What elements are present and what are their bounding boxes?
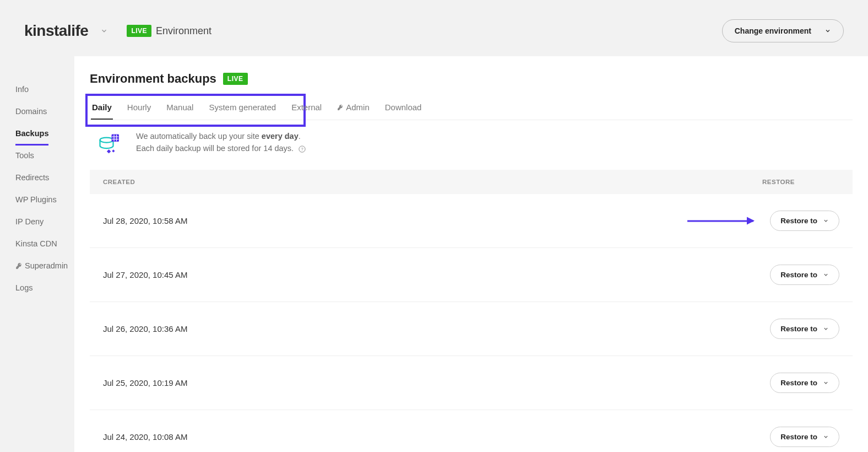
restore-to-label: Restore to xyxy=(780,433,817,441)
column-header-restore: RESTORE xyxy=(762,179,839,185)
page-live-badge: LIVE xyxy=(223,73,248,85)
restore-to-label: Restore to xyxy=(780,325,817,333)
brand-name[interactable]: kinstalife xyxy=(24,22,88,40)
sidebar-item-wp-plugins[interactable]: WP Plugins xyxy=(15,189,74,211)
environment-label: Environment xyxy=(156,25,211,37)
restore-to-label: Restore to xyxy=(780,379,817,387)
environment-live-badge: LIVE xyxy=(127,25,151,37)
key-icon xyxy=(15,262,23,270)
change-environment-label: Change environment xyxy=(735,26,811,35)
info-line1: We automatically back up your site every… xyxy=(136,130,306,142)
main-content: Environment backups LIVE DailyHourlyManu… xyxy=(74,56,868,452)
backup-tabs: DailyHourlyManualSystem generatedExterna… xyxy=(90,96,853,120)
svg-text:?: ? xyxy=(301,147,303,152)
sidebar-item-domains[interactable]: Domains xyxy=(15,100,74,122)
chevron-down-icon xyxy=(823,272,829,278)
sidebar-item-label: Superadmin xyxy=(25,261,68,270)
svg-point-0 xyxy=(100,138,113,143)
restore-to-button[interactable]: Restore to xyxy=(770,427,839,447)
sidebar-item-backups[interactable]: Backups xyxy=(15,122,74,144)
cell-created: Jul 25, 2020, 10:19 AM xyxy=(103,378,770,388)
tab-admin[interactable]: Admin xyxy=(336,96,371,120)
info-line2-text: Each daily backup will be stored for 14 … xyxy=(136,144,294,153)
info-help-icon[interactable]: ? xyxy=(298,145,306,153)
tab-daily[interactable]: Daily xyxy=(91,96,113,120)
chevron-down-icon xyxy=(823,380,829,386)
sidebar-item-redirects[interactable]: Redirects xyxy=(15,166,74,189)
restore-to-label: Restore to xyxy=(780,217,817,225)
sidebar-item-label: Logs xyxy=(15,283,32,292)
sidebar-item-label: Kinsta CDN xyxy=(15,239,57,248)
svg-rect-1 xyxy=(112,134,120,142)
info-line1-pre: We automatically back up your site xyxy=(136,132,262,141)
chevron-down-icon xyxy=(823,326,829,332)
sidebar-item-tools[interactable]: Tools xyxy=(15,144,74,166)
chevron-down-icon xyxy=(823,218,829,224)
table-row: Jul 26, 2020, 10:36 AMRestore to xyxy=(90,302,853,356)
tab-label: Manual xyxy=(166,103,193,112)
tab-label: Daily xyxy=(92,103,112,112)
cell-created: Jul 24, 2020, 10:08 AM xyxy=(103,432,770,442)
sidebar-item-label: Tools xyxy=(15,151,34,160)
sidebar-item-label: Info xyxy=(15,85,29,94)
sidebar-item-label: Redirects xyxy=(15,173,49,182)
sidebar-item-label: WP Plugins xyxy=(15,195,57,204)
cell-created: Jul 26, 2020, 10:36 AM xyxy=(103,324,770,333)
sidebar: InfoDomainsBackupsToolsRedirectsWP Plugi… xyxy=(0,56,74,452)
tab-label: Hourly xyxy=(127,103,151,112)
tab-system[interactable]: System generated xyxy=(208,96,277,120)
tab-manual[interactable]: Manual xyxy=(165,96,194,120)
sidebar-item-logs[interactable]: Logs xyxy=(15,277,74,299)
tab-external[interactable]: External xyxy=(290,96,323,120)
info-line1-bold: every day xyxy=(262,132,299,141)
restore-to-button[interactable]: Restore to xyxy=(770,319,839,339)
tab-label: External xyxy=(291,103,322,112)
sidebar-item-superadmin[interactable]: Superadmin xyxy=(15,255,74,277)
tab-label: Admin xyxy=(346,103,370,112)
key-icon xyxy=(337,104,344,111)
sidebar-item-kinsta-cdn[interactable]: Kinsta CDN xyxy=(15,233,74,255)
restore-to-button[interactable]: Restore to xyxy=(770,373,839,393)
svg-rect-6 xyxy=(107,149,111,153)
tab-hourly[interactable]: Hourly xyxy=(126,96,152,120)
svg-rect-7 xyxy=(112,149,115,152)
sidebar-item-ip-deny[interactable]: IP Deny xyxy=(15,211,74,233)
annotation-arrow xyxy=(687,220,753,222)
sidebar-item-label: Backups xyxy=(15,129,48,138)
tab-label: Download xyxy=(385,103,422,112)
sidebar-item-info[interactable]: Info xyxy=(15,78,74,100)
chevron-down-icon xyxy=(824,28,831,34)
table-row: Jul 25, 2020, 10:19 AMRestore to xyxy=(90,356,853,410)
column-header-created: CREATED xyxy=(103,179,762,185)
sidebar-item-label: IP Deny xyxy=(15,217,44,226)
tab-download[interactable]: Download xyxy=(384,96,423,120)
restore-to-label: Restore to xyxy=(780,271,817,279)
restore-to-button[interactable]: Restore to xyxy=(770,211,839,231)
cell-created: Jul 28, 2020, 10:58 AM xyxy=(103,216,770,225)
chevron-down-icon xyxy=(823,434,829,440)
sidebar-item-label: Domains xyxy=(15,107,47,116)
tab-label: System generated xyxy=(209,103,276,112)
page-title: Environment backups xyxy=(90,72,216,86)
table-row: Jul 24, 2020, 10:08 AMRestore to xyxy=(90,410,853,452)
change-environment-button[interactable]: Change environment xyxy=(722,19,844,42)
cell-created: Jul 27, 2020, 10:45 AM xyxy=(103,270,770,279)
table-header: CREATED RESTORE xyxy=(90,170,853,194)
restore-to-button[interactable]: Restore to xyxy=(770,265,839,285)
backup-database-icon xyxy=(97,130,124,157)
info-line1-post: . xyxy=(299,132,301,141)
info-line2: Each daily backup will be stored for 14 … xyxy=(136,142,306,154)
brand-dropdown-icon[interactable] xyxy=(100,27,108,35)
table-row: Jul 27, 2020, 10:45 AMRestore to xyxy=(90,248,853,302)
